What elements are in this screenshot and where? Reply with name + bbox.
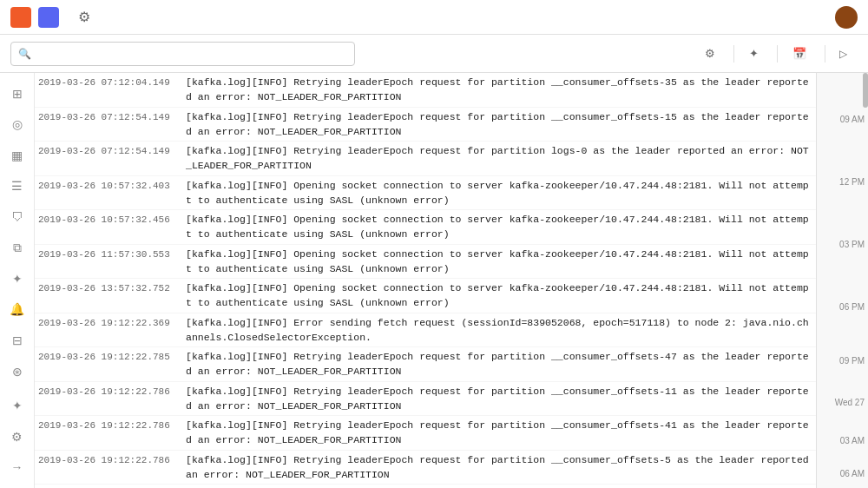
sidebar-icon-document[interactable]: ⊟ — [3, 326, 31, 354]
log-timestamp: 2019-03-26 19:12:22.786 — [38, 418, 186, 433]
calendar-icon: 📅 — [792, 47, 806, 60]
time-label: Wed 27 — [835, 398, 865, 407]
customize-icon: ✦ — [749, 47, 759, 60]
log-timestamp: 2019-03-26 19:12:22.785 — [38, 349, 186, 365]
log-message: [kafka.log][INFO] Retrying leaderEpoch r… — [186, 109, 809, 140]
log-message: [kafka.log][INFO] Opening socket connect… — [186, 280, 809, 311]
log-row: 2019-03-26 19:12:22.369[kafka.log][INFO]… — [35, 313, 816, 348]
log-row: 2019-03-26 07:12:54.149[kafka.log][INFO]… — [35, 142, 816, 176]
stream-button[interactable]: ▷ — [832, 44, 858, 63]
time-label: 12 PM — [839, 177, 865, 187]
log-row: 2019-03-26 19:12:22.786[kafka.log][INFO]… — [35, 451, 816, 485]
app-logo — [10, 7, 31, 28]
log-timestamp: 2019-03-26 19:12:22.786 — [38, 452, 186, 468]
time-label: 09 AM — [840, 115, 865, 124]
customize-button[interactable]: ✦ — [741, 43, 770, 64]
sidebar-icon-bell[interactable]: 🔔 — [3, 296, 31, 324]
log-row: 2019-03-26 13:57:32.752[kafka.log][INFO]… — [35, 279, 816, 313]
separator3 — [825, 45, 825, 63]
sidebar-icon-star[interactable]: ✦ — [3, 392, 31, 419]
org-avatar — [38, 7, 59, 28]
log-timestamp: 2019-03-26 19:12:22.369 — [38, 315, 186, 331]
log-timestamp: 2019-03-26 07:12:54.149 — [38, 143, 186, 159]
log-timestamp: 2019-03-26 13:57:32.752 — [38, 280, 186, 296]
time-label: 03 PM — [839, 240, 865, 249]
sidebar-icon-list[interactable]: ☰ — [3, 173, 31, 201]
title-bar: ⚙ — [0, 0, 868, 35]
log-timestamp: 2019-03-26 19:12:22.786 — [38, 384, 186, 399]
sidebar-icon-tag[interactable]: ⊛ — [3, 358, 31, 386]
toolbar: 🔍 ⚙ ✦ 📅 ▷ — [0, 35, 868, 73]
log-message: [kafka.log][INFO] Opening socket connect… — [186, 178, 809, 208]
log-row: 2019-03-26 11:57:30.553[kafka.log][INFO]… — [35, 245, 816, 280]
log-message: [kafka.log][INFO] Retrying leaderEpoch r… — [186, 349, 809, 379]
log-row: 2019-03-26 07:12:04.149[kafka.log][INFO]… — [35, 73, 816, 108]
sidebar-icon-grid[interactable]: ▦ — [3, 142, 31, 169]
log-message: [kafka.log][INFO] Retrying leaderEpoch r… — [186, 384, 809, 414]
main-layout: ⊞ ◎ ▦ ☰ ⛉ ⧉ ✦ 🔔 ⊟ ⊛ ✦ ⚙ → 2019-03-26 07:… — [0, 73, 868, 488]
log-message: [kafka.log][INFO] Opening socket connect… — [186, 212, 809, 242]
left-sidebar: ⊞ ◎ ▦ ☰ ⛉ ⧉ ✦ 🔔 ⊟ ⊛ ✦ ⚙ → — [0, 73, 35, 488]
log-message: [kafka.log][INFO] Opening socket connect… — [186, 247, 809, 277]
play-icon: ▷ — [839, 48, 847, 60]
default-icon: ⚙ — [705, 47, 715, 60]
log-timestamp: 2019-03-26 11:57:30.553 — [38, 247, 186, 262]
default-button[interactable]: ⚙ — [697, 43, 727, 64]
log-list[interactable]: 2019-03-26 07:12:04.149[kafka.log][INFO]… — [35, 73, 816, 488]
log-row: 2019-03-26 19:12:22.786[kafka.log][INFO]… — [35, 416, 816, 451]
settings-icon[interactable]: ⚙ — [73, 6, 95, 29]
log-row: 2019-03-26 19:12:22.786[kafka.log][INFO]… — [35, 382, 816, 417]
log-content: 2019-03-26 07:12:04.149[kafka.log][INFO]… — [35, 73, 868, 488]
separator — [733, 45, 734, 63]
sidebar-icon-settings[interactable]: ⚙ — [3, 423, 31, 451]
time-label: 06 AM — [840, 469, 865, 478]
log-message: [kafka.log][INFO] Retrying leaderEpoch r… — [186, 418, 809, 448]
log-row: 2019-03-26 10:57:32.456[kafka.log][INFO]… — [35, 210, 816, 245]
log-timestamp: 2019-03-26 10:57:32.456 — [38, 212, 186, 228]
log-timestamp: 2019-03-26 10:57:32.403 — [38, 178, 186, 194]
sidebar-icon-shield[interactable]: ⛉ — [3, 203, 31, 231]
log-message: [kafka.log][INFO] Retrying leaderEpoch r… — [186, 143, 809, 174]
sidebar-icon-compass[interactable]: ◎ — [3, 111, 31, 139]
log-row: 2019-03-26 10:57:32.403[kafka.log][INFO]… — [35, 176, 816, 211]
time-scrollbar[interactable]: 09 AM12 PM03 PM06 PM09 PMWed 2703 AM06 A… — [816, 73, 868, 488]
sidebar-icon-layers[interactable]: ⧉ — [3, 234, 31, 262]
sidebar-icon-home[interactable]: ⊞ — [3, 80, 31, 108]
scroll-thumb[interactable] — [863, 73, 868, 108]
time-label: 03 AM — [840, 436, 865, 445]
search-icon: 🔍 — [18, 48, 31, 60]
log-message: [kafka.log][INFO] Error sending fetch re… — [186, 315, 809, 346]
time-label: 06 PM — [839, 302, 865, 312]
log-row: 2019-03-26 19:12:22.785[kafka.log][INFO]… — [35, 347, 816, 382]
user-avatar[interactable] — [835, 6, 858, 29]
log-row: 2019-03-26 07:12:54.149[kafka.log][INFO]… — [35, 108, 816, 142]
log-timestamp: 2019-03-26 07:12:04.149 — [38, 75, 186, 90]
log-timestamp: 2019-03-26 07:12:54.149 — [38, 109, 186, 125]
log-message: [kafka.log][INFO] Retrying leaderEpoch r… — [186, 452, 809, 483]
log-row: 2019-03-26 19:12:22.786[kafka.log][INFO]… — [35, 485, 816, 488]
sidebar-icon-chart[interactable]: ✦ — [3, 265, 31, 293]
date-button[interactable]: 📅 — [785, 43, 818, 64]
time-label: 09 PM — [839, 356, 865, 366]
search-box[interactable]: 🔍 — [10, 42, 355, 66]
log-message: [kafka.log][INFO] Retrying leaderEpoch r… — [186, 75, 809, 105]
sidebar-arrow[interactable]: → — [3, 453, 31, 481]
separator2 — [777, 45, 778, 63]
